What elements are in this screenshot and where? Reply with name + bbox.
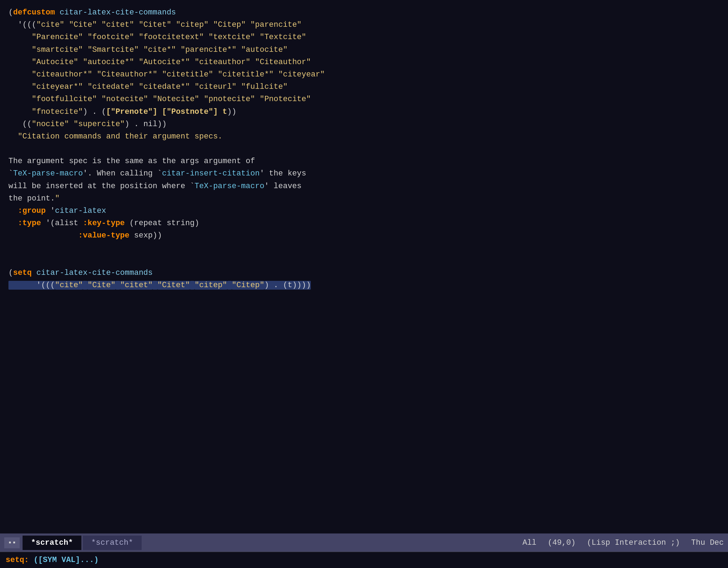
keyword-defcustom: defcustom xyxy=(13,8,55,17)
paren-open: ( xyxy=(8,8,13,17)
mini-keyword: setq: xyxy=(6,556,29,564)
status-info: All (49,0) (Lisp Interaction ;) Thu Dec xyxy=(523,538,724,547)
function-name: citar-latex-cite-commands xyxy=(60,8,176,17)
major-mode: (Lisp Interaction ;) xyxy=(587,538,680,547)
date-display: Thu Dec xyxy=(691,538,724,547)
mini-symbol: ([SYM VAL]...) xyxy=(33,556,99,564)
code-content: (defcustom citar-latex-cite-commands '((… xyxy=(8,6,720,291)
mini-buffer: setq: ([SYM VAL]...) xyxy=(0,552,728,568)
buffer-position: All xyxy=(523,538,537,547)
buffer-icon: ▪▪ xyxy=(4,537,20,548)
tab-scratch-inactive[interactable]: *scratch* xyxy=(83,536,142,550)
cursor-position: (49,0) xyxy=(548,538,575,547)
tab-scratch-active[interactable]: *scratch* xyxy=(23,536,81,550)
editor-area: (defcustom citar-latex-cite-commands '((… xyxy=(0,0,728,533)
mini-buffer-content: setq: ([SYM VAL]...) xyxy=(6,556,99,564)
status-bar: ▪▪ *scratch* *scratch* All (49,0) (Lisp … xyxy=(0,533,728,552)
